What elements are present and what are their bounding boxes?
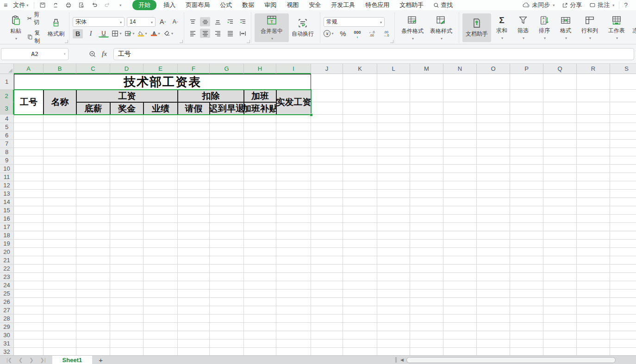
align-bottom-button[interactable] [212,17,223,26]
column-header-H[interactable]: H [244,64,276,74]
row-header-18[interactable]: 18 [0,231,14,240]
row-header-24[interactable]: 24 [0,281,14,290]
row-header-10[interactable]: 10 [0,165,14,173]
column-header-F[interactable]: F [178,64,210,74]
fill-color-button[interactable] [137,29,148,38]
row-header-3[interactable]: 3 [0,102,14,115]
menu-tab-7[interactable]: 视图 [281,0,304,10]
last-sheet-button[interactable]: ❯| [40,357,46,363]
increase-decimal-button[interactable]: ←.0.00 [367,29,377,38]
row-header-31[interactable]: 31 [0,339,14,348]
magnifier-icon[interactable] [89,50,96,58]
column-header-Q[interactable]: Q [543,64,577,74]
font-name-select[interactable]: 宋体 [73,17,125,27]
menu-tab-10[interactable]: 特色应用 [360,0,394,10]
cell-base[interactable]: 底薪 [76,102,110,115]
number-format-select[interactable]: 常规 [324,17,385,27]
row-header-6[interactable]: 6 [0,131,14,140]
add-sheet-button[interactable]: + [92,356,109,364]
row-header-32[interactable]: 32 [0,348,14,355]
font-size-select[interactable]: 14 [127,17,156,27]
align-left-button[interactable] [187,29,198,38]
draw-border-button[interactable] [125,29,135,38]
sync-status-button[interactable]: 未同步 [520,1,557,9]
align-top-button[interactable] [187,17,198,26]
cell-late[interactable]: 迟到早退 [210,102,244,115]
merge-center-button[interactable]: T 合并居中 [255,13,289,42]
decrease-indent-button[interactable] [225,17,235,26]
column-header-O[interactable]: O [477,64,510,74]
next-sheet-button[interactable]: ❯ [29,357,33,363]
rows-cols-button[interactable]: 行和列 [576,13,603,42]
sort-button[interactable]: AZ 排序 [534,13,555,42]
row-header-30[interactable]: 30 [0,331,14,339]
row-header-7[interactable]: 7 [0,140,14,148]
print-preview-button[interactable] [76,1,87,9]
scrollbar-splitter[interactable] [395,357,397,363]
row-header-25[interactable]: 25 [0,290,14,298]
row-header-5[interactable]: 5 [0,123,14,131]
row-header-22[interactable]: 22 [0,265,14,273]
column-header-M[interactable]: M [410,64,443,74]
row-header-17[interactable]: 17 [0,223,14,231]
file-menu[interactable]: 文件 [10,1,31,9]
column-header-P[interactable]: P [510,64,543,74]
cells-grid[interactable]: 技术部工资表工号名称工资底薪奖金业绩扣除请假迟到早退加班加班补贴实发工资 [14,74,636,355]
row-header-4[interactable]: 4 [0,115,14,123]
sheet-tab-sheet1[interactable]: Sheet1 [52,356,93,364]
menu-tab-11[interactable]: 文档助手 [394,0,429,10]
cell-net[interactable]: 实发工资 [276,90,311,115]
column-header-N[interactable]: N [443,64,477,74]
undo-button[interactable] [89,1,100,9]
row-header-29[interactable]: 29 [0,323,14,331]
row-header-27[interactable]: 27 [0,306,14,315]
freeze-panes-button[interactable]: 冻结窗格 [630,13,636,42]
menu-tab-4[interactable]: 公式 [215,0,237,10]
save-button[interactable] [37,1,48,9]
formula-input[interactable]: 工号 [113,48,634,60]
menu-tab-9[interactable]: 开发工具 [326,0,360,10]
column-header-A[interactable]: A [14,64,44,74]
find-button[interactable]: 查找 [429,1,457,9]
insert-function-button[interactable]: fx [102,50,107,58]
column-header-E[interactable]: E [143,64,178,74]
italic-button[interactable]: I [86,29,96,38]
worksheet-button[interactable]: 工作表 [603,13,630,42]
customize-quick-access-button[interactable] [115,1,126,9]
format-button[interactable]: 格式 [555,13,576,42]
underline-button[interactable]: U [99,30,109,37]
clipboard-group-dialog-launcher[interactable] [65,40,68,43]
cell-perf[interactable]: 业绩 [143,102,178,115]
cell-leave[interactable]: 请假 [178,102,210,115]
row-header-14[interactable]: 14 [0,198,14,206]
comment-button[interactable]: 批注 [586,1,617,9]
cell-salary[interactable]: 工资 [76,90,178,102]
number-group-dialog-launcher[interactable] [390,40,393,43]
name-box[interactable]: A2 ▾ [1,48,69,60]
cell-empno[interactable]: 工号 [14,90,44,115]
cell-ot_pay[interactable]: 加班补贴 [244,102,276,115]
paste-button[interactable]: 粘贴 [6,13,25,42]
align-center-button[interactable] [200,29,210,38]
table-style-button[interactable]: 表格样式 [427,13,455,42]
filter-button[interactable]: 筛选 [512,13,534,42]
row-header-1[interactable]: 1 [0,74,14,90]
row-header-13[interactable]: 13 [0,190,14,198]
row-header-9[interactable]: 9 [0,156,14,165]
row-header-2[interactable]: 2 [0,90,14,102]
select-all-corner[interactable] [0,64,14,74]
column-header-G[interactable]: G [210,64,244,74]
share-button[interactable]: 分享 [559,1,585,9]
hamburger-menu-icon[interactable]: ≡ [0,1,10,9]
menu-tab-8[interactable]: 安全 [304,0,326,10]
menu-tab-5[interactable]: 数据 [237,0,259,10]
row-header-11[interactable]: 11 [0,173,14,181]
column-header-I[interactable]: I [276,64,311,74]
first-sheet-button[interactable]: |❮ [6,357,12,363]
horizontal-scrollbar-thumb[interactable] [406,357,616,363]
font-group-dialog-launcher[interactable] [180,40,183,43]
alignment-group-dialog-launcher[interactable] [247,40,250,43]
column-header-J[interactable]: J [311,64,343,74]
row-header-21[interactable]: 21 [0,256,14,265]
cell-deduct[interactable]: 扣除 [178,90,244,102]
